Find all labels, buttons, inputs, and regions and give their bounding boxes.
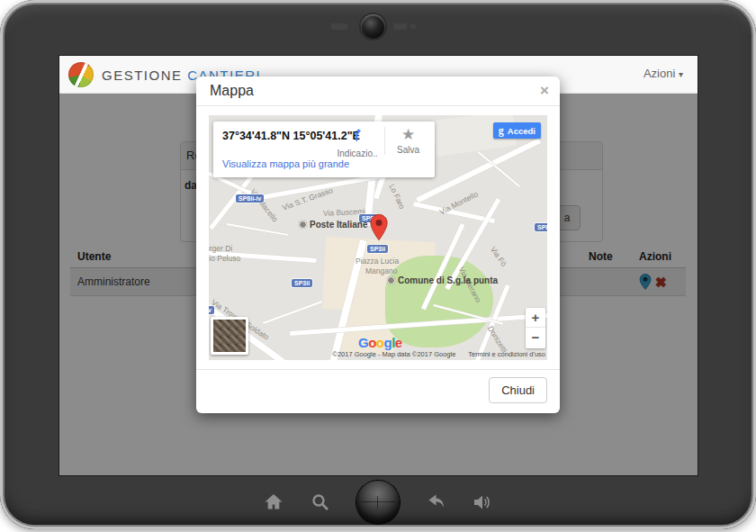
road-badge: 8ii-iv: [209, 306, 214, 314]
google-logo-letter: g: [384, 335, 392, 350]
google-logo-letter: o: [368, 335, 376, 350]
poi-label[interactable]: Comune di S.g.la punta: [387, 275, 498, 285]
road-badge: SP8: [535, 223, 547, 231]
streetview-thumbnail[interactable]: [211, 317, 248, 355]
tablet-frame: GESTIONE CANTIERI Azioni ▾ Re dal a Uten…: [0, 0, 756, 529]
directions-fork-icon: [349, 127, 365, 143]
bezel-marking: [410, 24, 416, 29]
front-camera: [361, 14, 385, 39]
search-icon[interactable]: [310, 491, 331, 513]
map-info-card: 37°34'41.8"N 15°05'41.2"E Visualizza map…: [213, 122, 435, 177]
app-logo-icon: [68, 62, 94, 87]
directions-label: Indicazio..: [334, 149, 381, 158]
bezel-marking: [331, 23, 347, 30]
map-attribution: ©2017 Google - Map data ©2017 Google Ter…: [332, 350, 545, 358]
trackball-button[interactable]: [356, 481, 400, 524]
map-modal: Mappa × Via MacelloVia S.T. GrassoVia Bu…: [196, 77, 560, 413]
volume-icon[interactable]: [472, 491, 493, 513]
map-zoom-control: + −: [526, 308, 545, 348]
street-label: Lo Faro: [387, 183, 406, 211]
directions-button[interactable]: Indicazio..: [334, 127, 381, 158]
actions-label: Azioni: [644, 67, 675, 80]
actions-dropdown[interactable]: Azioni ▾: [644, 67, 683, 80]
poi-icon: [387, 276, 395, 284]
poi-text: Comune di S.g.la punta: [398, 275, 498, 285]
signin-label: Accedi: [508, 126, 536, 136]
chevron-down-icon: ▾: [679, 69, 683, 79]
home-icon[interactable]: [263, 491, 284, 513]
modal-title: Mappa: [210, 83, 254, 98]
zoom-in-button[interactable]: +: [526, 308, 545, 328]
tablet-screen: GESTIONE CANTIERI Azioni ▾ Re dal a Uten…: [59, 56, 698, 475]
street-label: zio Peluso: [209, 254, 240, 263]
terms-link[interactable]: Termini e condizioni d'uso: [468, 350, 545, 358]
google-logo-letter: G: [358, 335, 368, 350]
modal-footer: Chiudi: [196, 369, 560, 410]
street-label: urger Di: [209, 244, 232, 253]
poi-text: Poste Italiane: [310, 220, 367, 230]
road-badge: SP3ii: [292, 279, 312, 287]
brand-primary: GESTIONE: [102, 68, 183, 83]
google-logo: Google: [358, 335, 402, 350]
street-label: Via Fò: [489, 245, 508, 268]
map-road: [263, 301, 322, 324]
poi-label[interactable]: Poste Italiane: [299, 220, 367, 230]
google-g-icon: g: [499, 124, 504, 138]
save-label: Salva: [385, 145, 431, 155]
google-signin-button[interactable]: g Accedi: [493, 122, 541, 139]
satellite-preview-image: [213, 320, 246, 352]
street-label: Mangano: [365, 266, 397, 275]
street-label: Piazza Lucia: [356, 257, 399, 266]
modal-header: Mappa ×: [196, 77, 560, 106]
star-icon: ★: [401, 126, 415, 143]
zoom-out-button[interactable]: −: [526, 328, 545, 347]
location-marker-icon[interactable]: [370, 213, 388, 241]
poi-icon: [299, 221, 307, 229]
bezel-marking: [393, 23, 407, 30]
road-badge: SP8ii-iv: [236, 194, 264, 203]
back-icon[interactable]: [425, 491, 446, 513]
google-logo-letter: e: [395, 335, 402, 350]
close-icon[interactable]: ×: [540, 82, 549, 100]
chiudi-button[interactable]: Chiudi: [489, 377, 547, 403]
map-canvas[interactable]: Via MacelloVia S.T. GrassoVia BuscemiLo …: [209, 115, 547, 360]
view-larger-map-link[interactable]: Visualizza mappa più grande: [222, 158, 349, 169]
save-button[interactable]: ★ Salva: [384, 127, 431, 155]
road-badge: SP3ii: [367, 245, 388, 253]
google-logo-letter: o: [376, 335, 384, 350]
copyright-text: ©2017 Google - Map data ©2017 Google: [332, 350, 455, 358]
map-road: [227, 223, 289, 236]
modal-body: Via MacelloVia S.T. GrassoVia BuscemiLo …: [196, 106, 560, 369]
device-bottom-nav: [263, 481, 493, 524]
